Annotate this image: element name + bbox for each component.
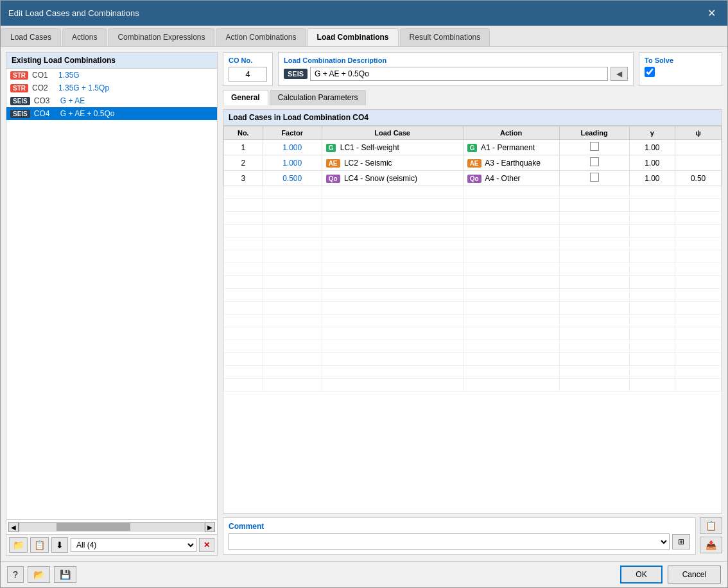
cell-leading[interactable] (559, 155, 629, 171)
cancel-button[interactable]: Cancel (668, 566, 721, 584)
copy-button[interactable]: 📋 (30, 537, 49, 553)
table-row[interactable]: 2 1.000 AE LC2 - Seismic AE A3 - Earthqu… (224, 155, 722, 171)
to-solve-box: To Solve (639, 52, 722, 86)
leading-checkbox[interactable] (590, 173, 599, 182)
description-arrow-button[interactable]: ◀ (611, 67, 628, 81)
table-container: Load Cases in Load Combination CO4 No. F… (223, 109, 722, 514)
cell-factor: 1.000 (263, 155, 322, 171)
col-psi: ψ (675, 126, 722, 140)
dialog-title: Edit Load Cases and Combinations (8, 8, 139, 18)
combo-value: 1.35G + 1.5Qp (58, 83, 109, 92)
list-item[interactable]: SEIS CO4 G + AE + 0.5Qo (6, 107, 217, 120)
cell-psi (675, 140, 722, 155)
cell-gamma: 1.00 (629, 171, 675, 186)
filter-select[interactable]: All (4) (71, 538, 196, 552)
description-input[interactable] (310, 67, 608, 81)
tab-action-combinations[interactable]: Action Combinations (216, 28, 306, 46)
leading-checkbox[interactable] (590, 142, 599, 151)
scrollbar-thumb (56, 523, 130, 531)
sub-tab-calculation-parameters[interactable]: Calculation Parameters (270, 90, 367, 105)
table-row (224, 238, 722, 250)
table-row (224, 199, 722, 212)
combo-value: G + AE + 0.5Qo (60, 109, 115, 118)
tab-actions[interactable]: Actions (62, 28, 107, 46)
cell-leading[interactable] (559, 140, 629, 155)
lc-text: LC4 - Snow (seismic) (344, 174, 417, 183)
list-item[interactable]: STR CO2 1.35G + 1.5Qp (6, 82, 217, 94)
table-row (224, 302, 722, 315)
right-side-toolbar: 📋 📤 (700, 517, 722, 556)
cell-action: AE A3 - Earthquake (463, 155, 559, 171)
comment-select[interactable] (229, 533, 670, 550)
co-number-box: CO No. (223, 52, 273, 86)
close-button[interactable]: ✕ (704, 6, 720, 21)
combo-label: CO2 (32, 83, 55, 92)
table-row (224, 186, 722, 199)
table-row (224, 353, 722, 366)
save-button[interactable]: 💾 (54, 566, 76, 583)
str-badge: STR (10, 71, 28, 80)
table-row[interactable]: 3 0.500 Qo LC4 - Snow (seismic) Qo A4 - … (224, 171, 722, 186)
table-row[interactable]: 1 1.000 G LC1 - Self-weight G A1 - Perma… (224, 140, 722, 155)
cell-no: 2 (224, 155, 263, 171)
list-item[interactable]: STR CO1 1.35G (6, 69, 217, 82)
table-row (224, 225, 722, 238)
action-text: A1 - Permanent (481, 143, 535, 152)
sub-tab-bar: General Calculation Parameters (223, 90, 722, 105)
right-panel: CO No. Load Combination Description SEIS… (223, 52, 722, 556)
to-solve-checkbox[interactable] (645, 67, 655, 77)
co-no-input[interactable] (229, 67, 267, 82)
str-badge: STR (10, 84, 28, 92)
sub-tab-general[interactable]: General (223, 90, 268, 105)
action-badge-g: G (467, 144, 478, 152)
tab-bar: Load Cases Actions Combination Expressio… (1, 26, 727, 47)
description-box: Load Combination Description SEIS ◀ (278, 52, 634, 86)
cell-leading[interactable] (559, 171, 629, 186)
cell-gamma: 1.00 (629, 140, 675, 155)
copy-to-button[interactable]: 📋 (700, 517, 722, 534)
import-button[interactable]: ⬇ (51, 537, 68, 553)
table-row (224, 366, 722, 379)
bottom-bar: ? 📂 💾 OK Cancel (1, 561, 727, 587)
lc-badge-ae: AE (326, 159, 340, 168)
cell-action: Qo A4 - Other (463, 171, 559, 186)
list-item[interactable]: SEIS CO3 G + AE (6, 94, 217, 107)
seis-badge: SEIS (10, 97, 30, 105)
action-text: A4 - Other (485, 174, 520, 183)
help-button[interactable]: ? (7, 566, 24, 583)
table-row (224, 327, 722, 340)
leading-checkbox[interactable] (590, 157, 599, 166)
horizontal-scrollbar[interactable]: ◀ ▶ (6, 519, 217, 534)
lc-text: LC2 - Seismic (344, 159, 392, 168)
bottom-left-toolbar: ? 📂 💾 (7, 566, 76, 583)
comment-edit-button[interactable]: ⊞ (672, 534, 690, 549)
cell-load-case: AE LC2 - Seismic (322, 155, 463, 171)
tab-load-cases[interactable]: Load Cases (1, 28, 61, 46)
combo-label: CO1 (32, 71, 55, 80)
tab-result-combinations[interactable]: Result Combinations (400, 28, 490, 46)
ok-button[interactable]: OK (620, 566, 662, 584)
content-area: Existing Load Combinations STR CO1 1.35G… (1, 47, 727, 561)
export-button[interactable]: 📤 (700, 537, 722, 553)
action-badge-ae: AE (467, 159, 481, 168)
comment-label: Comment (229, 522, 690, 531)
scrollbar-track[interactable] (19, 523, 205, 532)
table-row (224, 289, 722, 302)
cell-load-case: G LC1 - Self-weight (322, 140, 463, 155)
scroll-right-button[interactable]: ▶ (205, 522, 215, 532)
delete-button[interactable]: ✕ (199, 538, 214, 552)
seis-badge: SEIS (10, 110, 30, 118)
tab-combination-expressions[interactable]: Combination Expressions (108, 28, 214, 46)
add-button[interactable]: 📁 (9, 537, 28, 553)
comment-area: Comment ⊞ (223, 517, 696, 555)
open-button[interactable]: 📂 (28, 566, 50, 583)
scroll-left-button[interactable]: ◀ (8, 522, 19, 532)
action-text: A3 - Earthquake (485, 159, 541, 168)
col-load-case: Load Case (322, 126, 463, 140)
dialog: Edit Load Cases and Combinations ✕ Load … (0, 0, 728, 588)
tab-load-combinations[interactable]: Load Combinations (308, 28, 399, 46)
action-badge-qo: Qo (467, 175, 481, 183)
table-row (224, 276, 722, 289)
cell-gamma: 1.00 (629, 155, 675, 171)
cell-psi: 0.50 (675, 171, 722, 186)
